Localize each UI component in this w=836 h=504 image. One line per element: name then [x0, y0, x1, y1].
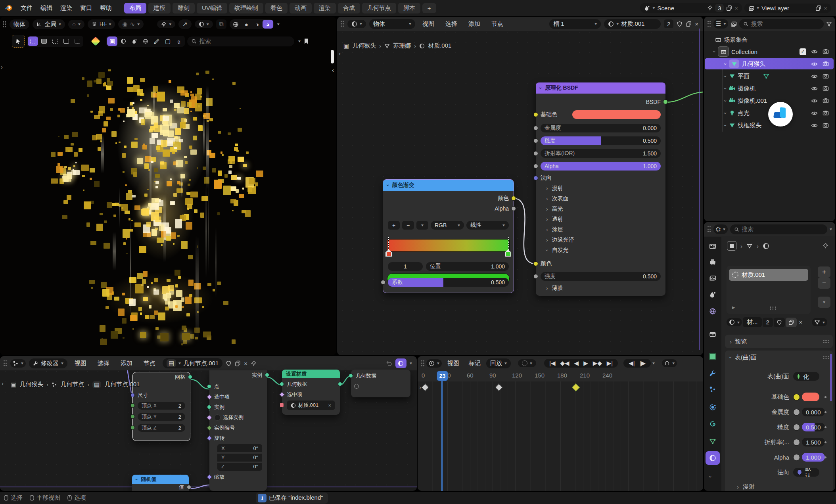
rotation-y-field[interactable]: Y0°	[217, 454, 262, 462]
socket-ior[interactable]	[533, 151, 538, 156]
node-header[interactable]: ›颜色渐变	[383, 180, 514, 191]
xray-toggle[interactable]: ⧉	[216, 19, 226, 29]
jump-to-end-button[interactable]: ▶|	[605, 360, 615, 367]
scrollbar[interactable]	[830, 354, 832, 401]
node-header[interactable]: 设置材质	[282, 370, 340, 378]
menu-help[interactable]: 帮助	[96, 4, 116, 12]
ramp-options-dropdown[interactable]: ▾	[416, 221, 428, 230]
pick-instance-toggle[interactable]	[214, 414, 221, 421]
node-principled-bsdf[interactable]: ›原理化 BSDF BSDF 基础色 金属度0.000 糙度0.500 折射率(…	[536, 82, 665, 296]
material-name[interactable]: 材质.001	[621, 20, 657, 28]
alpha-slider[interactable]: Alpha1.000	[541, 162, 661, 171]
shading-dropdown[interactable]: ▾	[277, 22, 280, 26]
toolbar-expand-arrow[interactable]: ›	[1, 63, 3, 70]
add-slot-button[interactable]: +	[818, 266, 830, 278]
grip-handle[interactable]	[707, 20, 711, 27]
grip-handle[interactable]	[3, 360, 7, 367]
workspace-tab-4[interactable]: UV编辑	[197, 3, 227, 13]
shader-type-selector[interactable]: 物体▾	[369, 19, 415, 29]
object-icon[interactable]	[727, 241, 736, 251]
socket-normal[interactable]	[533, 176, 538, 180]
socket-alpha[interactable]	[533, 164, 538, 169]
select-mode-intersect[interactable]	[72, 36, 82, 46]
node-header[interactable]: ›随机值	[132, 475, 189, 484]
socket-virtual-input[interactable]	[354, 384, 359, 389]
pivot-selector[interactable]: ◌▾	[68, 20, 84, 29]
orientation-selector[interactable]: 全局▾	[33, 19, 65, 29]
menu-view[interactable]: 视图	[418, 20, 438, 28]
display-mode-icon[interactable]	[731, 21, 737, 27]
socket-value-output[interactable]	[187, 485, 191, 489]
workspace-tab-5[interactable]: 纹理绘制	[229, 3, 263, 13]
step-dropdown[interactable]: ▾	[652, 361, 655, 365]
outliner-row-wireframe-monkey[interactable]: › 线框猴头	[705, 120, 834, 131]
copy-icon[interactable]	[235, 360, 241, 366]
pin-icon[interactable]	[822, 243, 828, 249]
node-mesh-cube[interactable]: 网格 尺寸 顶点 X2 顶点 Y2 顶点 Z2	[132, 372, 190, 441]
outliner-row-camera[interactable]: › 摄像机	[705, 83, 834, 94]
shader-editor[interactable]: ▾ 物体▾ 视图 选择 添加 节点 槽 1▾ ▾ 材质.001 2 × ▣几何猴…	[337, 17, 703, 355]
stop-index-field[interactable]: 1	[388, 262, 423, 271]
clear-material[interactable]: ×	[328, 402, 331, 408]
bookmark-icon[interactable]	[303, 38, 309, 44]
socket-emission-strength[interactable]	[533, 274, 538, 279]
channel-expand-arrow[interactable]: ›	[419, 384, 421, 391]
socket-scale-input[interactable]	[207, 474, 212, 480]
socket-dot[interactable]	[793, 409, 800, 416]
menu-add[interactable]: 添加	[117, 360, 136, 367]
material-icon[interactable]	[763, 243, 769, 249]
breadcrumb-object[interactable]: 几何猴头	[352, 42, 376, 50]
socket-vy[interactable]	[130, 414, 135, 419]
vertices-x-field[interactable]: 顶点 X2	[138, 402, 185, 410]
tab-data[interactable]	[706, 435, 720, 448]
socket-roughness[interactable]	[533, 138, 538, 143]
vertices-y-field[interactable]: 顶点 Y2	[138, 413, 185, 421]
step-back-button[interactable]: ◀|	[627, 360, 637, 367]
properties-search-input[interactable]: 搜索	[730, 224, 827, 234]
socket-selection-input[interactable]	[279, 392, 285, 397]
socket-dot[interactable]	[793, 454, 800, 461]
breadcrumb-modifier[interactable]: 几何节点	[60, 381, 84, 388]
panel-specular[interactable]: 高光	[552, 205, 563, 213]
socket-id-input[interactable]	[207, 425, 212, 431]
menu-node[interactable]: 节点	[487, 20, 507, 28]
eye-icon[interactable]	[811, 73, 818, 80]
filter-object[interactable]: ▣	[107, 36, 117, 46]
workspace-tab-1[interactable]: 布局	[124, 3, 146, 13]
unlink-icon[interactable]: ×	[695, 21, 698, 27]
tab-collection[interactable]	[706, 328, 720, 341]
tab-strip-overflow[interactable]: ›	[709, 473, 711, 480]
timeline[interactable]: ▾ 视图 标记 回放▾ ▾ |◀ ◆◀ ◀ ▶ ▶◆ ▶| ◀| |▶ ▾ ▾ …	[418, 356, 703, 491]
row-label[interactable]: 几何猴头	[742, 60, 765, 68]
mesh-link-dropdown[interactable]: ▾	[812, 318, 827, 326]
playhead-line[interactable]	[441, 379, 443, 491]
menu-node[interactable]: 节点	[140, 360, 159, 367]
filter-world[interactable]	[140, 36, 151, 46]
menu-edit[interactable]: 编辑	[36, 4, 56, 12]
tab-object[interactable]	[706, 350, 720, 363]
socket-metallic[interactable]	[533, 126, 538, 130]
overlays-toggle[interactable]	[395, 358, 406, 368]
keyframe-dot[interactable]	[824, 426, 826, 428]
node-instance-on-points[interactable]: 实例 点 选中项 实例 选择实例 实例编号 旋转 X0° Y0° Z0° 缩放	[209, 370, 267, 491]
camera-visibility-icon[interactable]	[823, 73, 829, 79]
panel-grip[interactable]	[823, 339, 830, 343]
transform-gizmo-toggle[interactable]: ↗	[178, 19, 192, 29]
add-stop-button[interactable]: +	[388, 221, 400, 230]
overlays-toggle[interactable]: ▾	[195, 20, 213, 28]
new-material-button[interactable]	[786, 318, 797, 327]
preview-panel-header[interactable]: ›预览	[725, 335, 833, 348]
filter-fluid[interactable]	[129, 36, 140, 46]
loop-toggle[interactable]: ▾	[662, 359, 677, 367]
viewlayer-selector[interactable]: ▾ ViewLayer ×	[744, 4, 831, 13]
tab-constraints[interactable]	[706, 418, 720, 431]
surface-shader-selector[interactable]: 原理化 B...	[793, 372, 819, 381]
header-dropdown[interactable]: ▾	[830, 227, 832, 231]
gradient-bar[interactable]	[387, 239, 510, 252]
editor-type-selector[interactable]: ⛭▾	[713, 224, 728, 234]
eye-icon[interactable]	[811, 85, 818, 92]
tab-scene[interactable]	[706, 288, 720, 301]
next-panel-row[interactable]: ›漫射	[731, 481, 819, 491]
node-set-material[interactable]: 设置材质 几何数据 选中项 材质.001×	[282, 370, 340, 415]
outliner-row-camera-001[interactable]: › 摄像机.001	[705, 95, 834, 106]
